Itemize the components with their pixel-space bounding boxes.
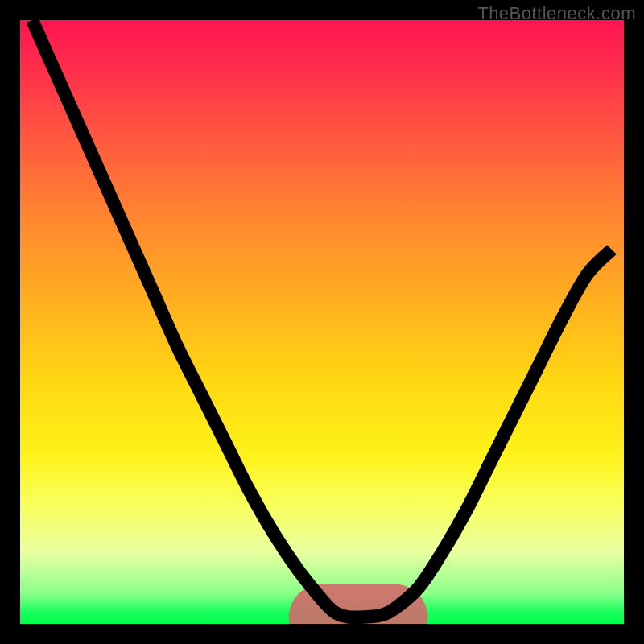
watermark-text: TheBottleneck.com	[477, 3, 636, 24]
chart-svg	[20, 20, 624, 624]
plot-area	[20, 20, 624, 624]
bottleneck-curve-line	[32, 20, 612, 617]
chart-frame: TheBottleneck.com	[0, 0, 644, 644]
